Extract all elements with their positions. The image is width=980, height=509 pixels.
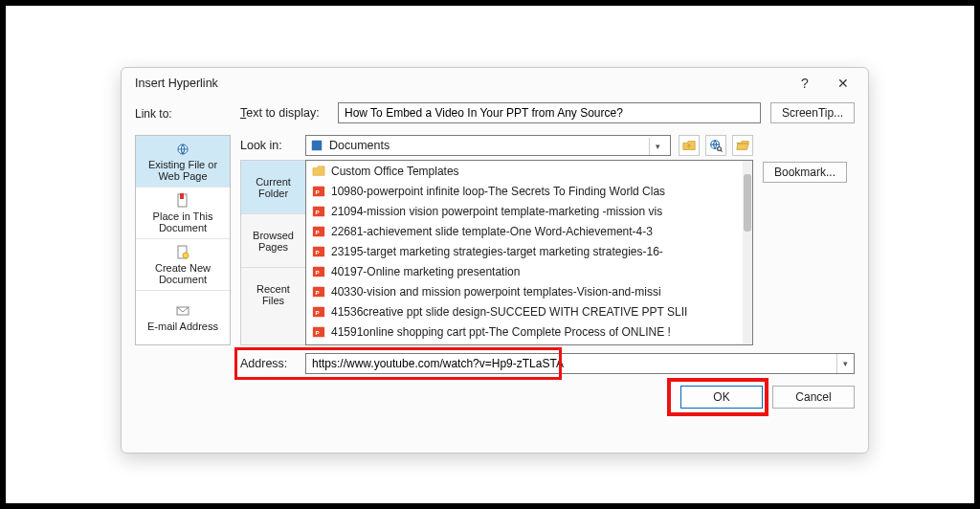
powerpoint-file-icon: P bbox=[312, 225, 325, 238]
address-input[interactable] bbox=[306, 354, 836, 373]
folder-up-icon bbox=[682, 139, 696, 152]
powerpoint-file-icon: P bbox=[312, 265, 325, 278]
file-row[interactable]: Custom Office Templates bbox=[306, 161, 743, 181]
look-in-label: Look in: bbox=[240, 139, 298, 152]
svg-text:P: P bbox=[316, 268, 320, 275]
file-name: 40330-vision and mission powerpoint temp… bbox=[331, 285, 661, 299]
file-list[interactable]: Custom Office TemplatesP10980-powerpoint… bbox=[305, 160, 753, 345]
browse-web-button[interactable] bbox=[705, 135, 726, 156]
svg-text:P: P bbox=[316, 228, 320, 234]
file-row[interactable]: P40330-vision and mission powerpoint tem… bbox=[306, 281, 743, 301]
svg-text:P: P bbox=[316, 328, 320, 335]
svg-text:P: P bbox=[316, 208, 320, 214]
subtab-browsed-pages[interactable]: Browsed Pages bbox=[241, 214, 305, 268]
tab-place-in-doc[interactable]: Place in This Document bbox=[136, 188, 230, 239]
browse-file-button[interactable] bbox=[732, 135, 753, 156]
svg-text:P: P bbox=[316, 288, 320, 295]
svg-text:P: P bbox=[316, 308, 320, 315]
bookmark-button[interactable]: Bookmark... bbox=[763, 162, 847, 183]
tab-label: Create New Document bbox=[140, 262, 226, 285]
close-button[interactable]: ✕ bbox=[824, 70, 862, 97]
file-row[interactable]: P40197-Online marketing presentation bbox=[306, 261, 743, 281]
text-to-display-input[interactable] bbox=[338, 102, 761, 123]
powerpoint-file-icon: P bbox=[312, 305, 325, 319]
file-name: 23195-target marketing strategies-target… bbox=[331, 245, 663, 258]
globe-search-icon bbox=[709, 139, 723, 152]
svg-point-4 bbox=[183, 253, 189, 258]
screentip-button[interactable]: ScreenTip... bbox=[770, 102, 855, 123]
email-icon bbox=[175, 303, 190, 319]
look-in-value: Documents bbox=[329, 139, 390, 152]
link-to-tabs: Existing File or Web Page Place in This … bbox=[135, 135, 231, 345]
file-row[interactable]: P41536creative ppt slide design-SUCCEED … bbox=[306, 301, 743, 321]
bookmark-doc-icon bbox=[175, 193, 190, 209]
powerpoint-file-icon: P bbox=[312, 245, 325, 258]
up-one-level-button[interactable] bbox=[679, 135, 700, 156]
svg-rect-2 bbox=[180, 193, 184, 199]
dialog-title: Insert Hyperlink bbox=[135, 77, 218, 90]
help-button[interactable]: ? bbox=[786, 70, 824, 97]
tab-label: E-mail Address bbox=[147, 321, 218, 332]
file-row[interactable]: P21094-mission vision powerpoint templat… bbox=[306, 201, 743, 221]
file-name: Custom Office Templates bbox=[331, 165, 459, 178]
powerpoint-file-icon: P bbox=[312, 285, 325, 299]
cancel-button[interactable]: Cancel bbox=[772, 386, 855, 409]
svg-text:P: P bbox=[316, 248, 320, 254]
svg-text:P: P bbox=[316, 188, 320, 194]
chevron-down-icon: ▾ bbox=[649, 138, 666, 155]
scrollbar[interactable] bbox=[743, 161, 752, 344]
file-name: 41536creative ppt slide design-SUCCEED W… bbox=[331, 305, 687, 319]
titlebar: Insert Hyperlink ? ✕ bbox=[122, 68, 868, 99]
new-doc-icon bbox=[175, 245, 190, 260]
powerpoint-file-icon: P bbox=[312, 325, 325, 339]
subtab-recent-files[interactable]: Recent Files bbox=[241, 268, 305, 321]
folder-icon bbox=[312, 165, 325, 178]
svg-rect-6 bbox=[312, 141, 323, 151]
file-name: 22681-achievement slide template-One Wor… bbox=[331, 225, 653, 238]
chevron-down-icon[interactable]: ▾ bbox=[836, 354, 854, 373]
file-row[interactable]: P10980-powerpoint infinite loop-The Secr… bbox=[306, 181, 743, 201]
look-in-combo[interactable]: Documents ▾ bbox=[305, 135, 671, 156]
subtab-current-folder[interactable]: Current Folder bbox=[241, 161, 305, 214]
insert-hyperlink-dialog: Insert Hyperlink ? ✕ Link to: Text to di… bbox=[121, 67, 869, 454]
web-file-icon bbox=[175, 142, 190, 157]
tab-create-new-doc[interactable]: Create New Document bbox=[136, 239, 230, 291]
documents-icon bbox=[310, 139, 323, 152]
tab-label: Existing File or Web Page bbox=[140, 159, 226, 182]
file-name: 40197-Online marketing presentation bbox=[331, 265, 520, 278]
tab-existing-file[interactable]: Existing File or Web Page bbox=[136, 136, 230, 188]
file-row[interactable]: P22681-achievement slide template-One Wo… bbox=[306, 221, 743, 241]
folder-open-icon bbox=[736, 139, 749, 152]
powerpoint-file-icon: P bbox=[312, 205, 325, 218]
ok-button[interactable]: OK bbox=[680, 386, 763, 409]
tab-email-address[interactable]: E-mail Address bbox=[136, 291, 230, 344]
powerpoint-file-icon: P bbox=[312, 185, 325, 198]
address-label: Address: bbox=[240, 357, 298, 370]
file-row[interactable]: P23195-target marketing strategies-targe… bbox=[306, 241, 743, 261]
link-to-label: Link to: bbox=[135, 105, 231, 121]
browse-subtabs: Current Folder Browsed Pages Recent File… bbox=[240, 160, 305, 345]
scrollbar-thumb[interactable] bbox=[744, 174, 751, 232]
text-to-display-label: Text to display: bbox=[240, 106, 328, 120]
file-name: 41591online shopping cart ppt-The Comple… bbox=[331, 325, 671, 339]
file-row[interactable]: P41591online shopping cart ppt-The Compl… bbox=[306, 321, 743, 342]
address-combo[interactable]: ▾ bbox=[305, 353, 855, 374]
file-name: 10980-powerpoint infinite loop-The Secre… bbox=[331, 185, 665, 198]
tab-label: Place in This Document bbox=[140, 210, 226, 233]
file-name: 21094-mission vision powerpoint template… bbox=[331, 205, 662, 218]
